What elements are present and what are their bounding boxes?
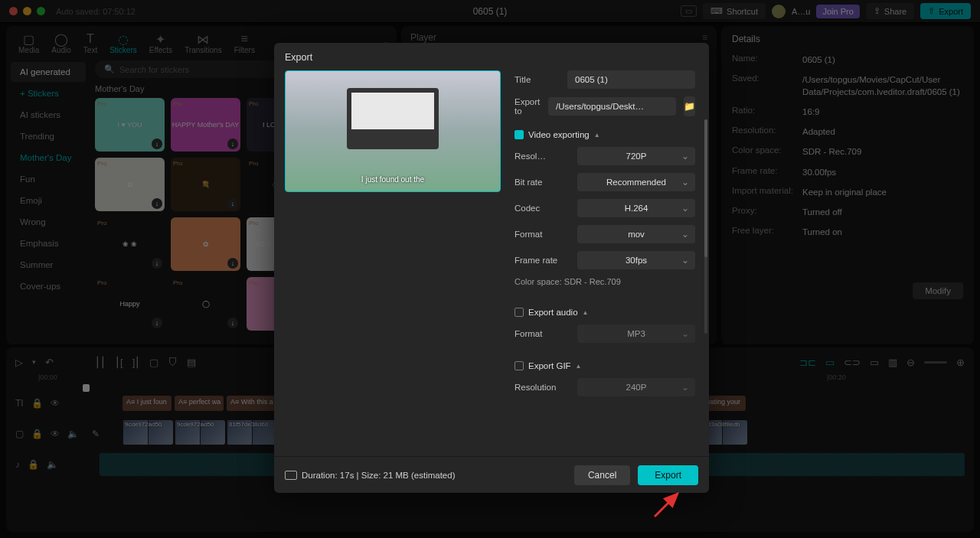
audio-section-label: Export audio <box>528 308 578 317</box>
exportto-input[interactable] <box>548 97 676 116</box>
resolution-label: Resol… <box>514 152 570 161</box>
video-export-checkbox[interactable] <box>514 130 524 139</box>
cancel-button[interactable]: Cancel <box>574 465 630 485</box>
collapse-icon[interactable]: ▲ <box>583 309 589 316</box>
gif-resolution-select[interactable]: 240P <box>577 378 695 396</box>
gif-export-checkbox[interactable] <box>514 361 524 370</box>
duration-info: Duration: 17s | Size: 21 MB (estimated) <box>285 471 456 480</box>
format-label: Format <box>514 230 570 239</box>
export-preview: I just found out the <box>285 70 501 192</box>
codec-label: Codec <box>514 204 570 213</box>
export-modal: Export I just found out the Title Export… <box>274 43 709 493</box>
title-input[interactable] <box>567 70 695 89</box>
codec-select[interactable]: H.264 <box>577 199 695 217</box>
folder-icon[interactable]: 📁 <box>684 96 695 116</box>
export-confirm-button[interactable]: Export <box>638 465 698 485</box>
bitrate-label: Bit rate <box>514 178 570 187</box>
framerate-select[interactable]: 30fps <box>577 251 695 269</box>
gif-resolution-label: Resolution <box>514 383 570 392</box>
video-section-label: Video exporting <box>528 130 590 139</box>
film-icon <box>285 471 297 480</box>
audio-export-checkbox[interactable] <box>514 308 524 317</box>
resolution-select[interactable]: 720P <box>577 147 695 165</box>
audio-format-select[interactable]: MP3 <box>577 324 695 343</box>
bitrate-select[interactable]: Recommended <box>577 173 695 191</box>
framerate-label: Frame rate <box>514 256 570 265</box>
exportto-label: Export to <box>514 97 541 116</box>
preview-caption: I just found out the <box>361 175 424 184</box>
title-label: Title <box>514 75 560 84</box>
colorspace-label: Color space: SDR - Rec.709 <box>514 277 695 286</box>
collapse-icon[interactable]: ▲ <box>594 132 600 139</box>
audio-format-label: Format <box>514 329 570 338</box>
collapse-icon[interactable]: ▲ <box>576 363 582 370</box>
format-select[interactable]: mov <box>577 225 695 243</box>
gif-section-label: Export GIF <box>528 361 571 370</box>
modal-title: Export <box>274 43 709 70</box>
